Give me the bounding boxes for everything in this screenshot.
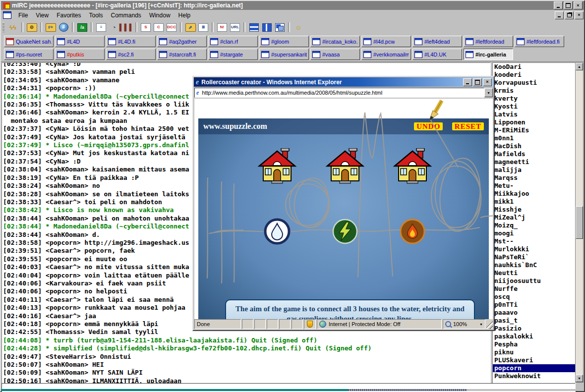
switchbar-tab-clan-rf[interactable]: #clan.rf bbox=[208, 36, 258, 47]
switchbar-tab-l4d-pcw[interactable]: #l4d.pcw bbox=[361, 36, 411, 47]
switchbar-tab-ircataa-koko[interactable]: #ircataa_koko... bbox=[310, 36, 360, 47]
ie-close-button[interactable]: × bbox=[483, 78, 492, 86]
maximize-button[interactable] bbox=[564, 1, 573, 9]
ie-titlebar[interactable]: e Rollercoaster creator - Windows Intern… bbox=[194, 77, 493, 87]
nicklist-item-paskalokki[interactable]: paskalokki bbox=[493, 333, 576, 340]
nicklist-item-mst-[interactable]: Mst-- bbox=[493, 237, 576, 245]
cascade-windows-icon[interactable] bbox=[274, 22, 286, 33]
nicklist-item-popcorn[interactable]: popcorn bbox=[493, 364, 576, 372]
nicklist-item-piknu[interactable]: piknu bbox=[493, 348, 576, 356]
timer-icon[interactable]: ◔ bbox=[108, 22, 120, 33]
send-file-icon[interactable]: ⇗ bbox=[184, 22, 196, 33]
nicklist-item-mikk1[interactable]: mikk1 bbox=[493, 198, 576, 206]
nicklist-item-m-erimies[interactable]: M-ERiMiEs bbox=[493, 126, 576, 134]
menu-tools[interactable]: Tools bbox=[85, 11, 107, 20]
nicklist-item-pasizio[interactable]: Pasizio bbox=[493, 325, 576, 333]
nicklist-item-niijoosuuttu[interactable]: niijoosuuttu bbox=[493, 277, 576, 285]
minimize-button[interactable] bbox=[554, 1, 563, 9]
nicklist-item-kyosti[interactable]: Kyosti bbox=[493, 103, 576, 111]
ie-maximize-button[interactable] bbox=[473, 78, 482, 86]
undo-button[interactable]: UNDO bbox=[414, 122, 443, 130]
nicklist-item-m0nn1[interactable]: m0nn1 bbox=[493, 134, 576, 142]
split-vertical-icon[interactable] bbox=[261, 22, 273, 33]
mdi-child-icon[interactable] bbox=[3, 11, 11, 19]
split-horizontal-icon[interactable] bbox=[248, 22, 260, 33]
address-dropdown-button[interactable]: ▼ bbox=[484, 88, 493, 97]
switchbar-tab-irc-galleria[interactable]: #irc-galleria bbox=[464, 49, 513, 60]
water-supplier-button[interactable] bbox=[264, 218, 291, 245]
channels-folder-icon[interactable]: #+ bbox=[45, 22, 57, 33]
nicklist-item-korvapuusti[interactable]: Korvapuusti bbox=[493, 79, 576, 87]
nicklist-item-moogi[interactable]: moogi bbox=[493, 229, 576, 237]
toolbar-grip[interactable] bbox=[2, 22, 4, 32]
nicklist-item-macdish[interactable]: MacDish bbox=[493, 142, 576, 150]
mdi-restore-button[interactable] bbox=[565, 11, 574, 19]
switchbar-tab-quakenet-sah[interactable]: QuakeNet sah... bbox=[4, 36, 54, 47]
switchbar-tab-aq2gather[interactable]: #aq2gather bbox=[157, 36, 207, 47]
menu-commands[interactable]: Commands bbox=[107, 11, 145, 20]
nicklist-item-kooderi[interactable]: kooderi bbox=[493, 71, 576, 79]
switchbar-tab-sc2-fi[interactable]: #sc2.fi bbox=[106, 49, 156, 60]
menu-view[interactable]: View bbox=[32, 11, 53, 20]
scroll-down-icon[interactable]: ▼ bbox=[576, 375, 583, 382]
switchbar-tab-leftfordead[interactable]: #leftfordead bbox=[464, 36, 513, 47]
connect-icon[interactable]: ϟϟ bbox=[7, 22, 19, 33]
nicklist-item-mizeal-j[interactable]: MiZeal^j bbox=[493, 214, 576, 222]
nicklist-item-magneetti[interactable]: magneetti bbox=[493, 158, 576, 166]
switchbar-tab-leftfordead-fi[interactable]: #leftfordead.fi bbox=[515, 36, 564, 47]
nicklist-scrollbar[interactable]: ▲ ▼ bbox=[575, 62, 584, 383]
mdi-minimize-button[interactable] bbox=[555, 11, 564, 19]
switchbar-tab-verkkomaailma[interactable]: #verkkomaailma bbox=[361, 49, 411, 60]
scripts-editor-icon[interactable]: ▍▍▍ bbox=[121, 22, 133, 33]
nicklist-item-misshje[interactable]: Misshje bbox=[493, 206, 576, 214]
house-icon[interactable] bbox=[257, 148, 297, 184]
nicklist-item-kverty[interactable]: kverty bbox=[493, 95, 576, 103]
switchbar-tab-vaasa[interactable]: #vaasa bbox=[310, 49, 360, 60]
nicklist-item-neutti[interactable]: Neutti bbox=[493, 269, 576, 277]
nick-list[interactable]: KooDarikooderiKorvapuustikrmiskvertyKyos… bbox=[492, 62, 576, 384]
notify-list-icon[interactable]: N! bbox=[216, 22, 228, 33]
resize-grip[interactable] bbox=[486, 319, 493, 329]
address-book-icon[interactable]: ≡ bbox=[95, 22, 107, 33]
zoom-dropdown-icon[interactable]: ▼ bbox=[479, 323, 483, 326]
ie-minimize-button[interactable] bbox=[463, 78, 472, 86]
options-icon[interactable]: ⚙ bbox=[26, 22, 38, 33]
switchbar-tab-l4d[interactable]: #L4D bbox=[55, 36, 105, 47]
close-button[interactable]: × bbox=[574, 1, 583, 9]
nicklist-item-pluskaveri[interactable]: PLUSkaveri bbox=[493, 356, 576, 364]
scroll-up-icon[interactable]: ▲ bbox=[576, 63, 583, 70]
switchbar-tab-supersankarit[interactable]: #supersankarit bbox=[259, 49, 309, 60]
menu-window[interactable]: Window bbox=[145, 11, 175, 20]
nicklist-item-miikkajoo[interactable]: Miikkajoo bbox=[493, 190, 576, 198]
scrollbar-thumb[interactable] bbox=[576, 206, 583, 239]
security-report-pane[interactable] bbox=[304, 319, 316, 329]
nicklist-item-oscq[interactable]: oscq bbox=[493, 293, 576, 301]
nicklist-item-mafields[interactable]: Mafields bbox=[493, 150, 576, 158]
switchbar-tab-starcraft-fi[interactable]: #starcraft.fi bbox=[157, 49, 207, 60]
zoom-pane[interactable]: 100% ▼ bbox=[443, 319, 485, 329]
nicklist-item-napsteri-[interactable]: NaPsTeRi` bbox=[493, 253, 576, 261]
nicklist-item-p0ntti[interactable]: p0nTTi bbox=[493, 301, 576, 309]
nicklist-item-pasi-t[interactable]: pasi_t bbox=[493, 317, 576, 325]
house-icon[interactable] bbox=[392, 148, 433, 184]
menu-favorites[interactable]: Favorites bbox=[53, 11, 85, 20]
nicklist-item-nauhkis-bnc[interactable]: nauhkis`BnC bbox=[493, 261, 576, 269]
menu-file[interactable]: File bbox=[14, 11, 32, 20]
address-field[interactable]: e http://www.media.perthnow.com.au/multi… bbox=[194, 88, 484, 98]
nicklist-item-nurffe[interactable]: Nurffe bbox=[493, 285, 576, 293]
nicklist-item-koodari[interactable]: KooDari bbox=[493, 63, 576, 71]
switchbar-tab-ps-nuoret[interactable]: #ps-nuoret bbox=[4, 49, 54, 60]
switchbar-tab-stargate[interactable]: #stargate bbox=[208, 49, 258, 60]
switchbar-tab-l4d-fi[interactable]: #L4D.fi bbox=[106, 36, 156, 47]
nicklist-item-paaavo[interactable]: paaavo bbox=[493, 309, 576, 317]
channel-window-icon[interactable]: C bbox=[153, 22, 165, 33]
channel-list-icon[interactable]: # bbox=[58, 22, 69, 33]
nicklist-item-moizq-[interactable]: Moizq_ bbox=[493, 222, 576, 229]
nicklist-item-metu-[interactable]: Metu- bbox=[493, 182, 576, 190]
house-icon[interactable] bbox=[325, 148, 365, 184]
nicklist-item-murlokkki[interactable]: Murlokkki bbox=[493, 245, 576, 253]
user-central-icon[interactable]: ☺ bbox=[292, 22, 304, 33]
nicklist-item-lipponen[interactable]: Lipponen bbox=[493, 118, 576, 126]
switchbar-tab-putkis[interactable]: #putkis bbox=[55, 49, 105, 60]
gas-supplier-button[interactable] bbox=[399, 218, 426, 245]
